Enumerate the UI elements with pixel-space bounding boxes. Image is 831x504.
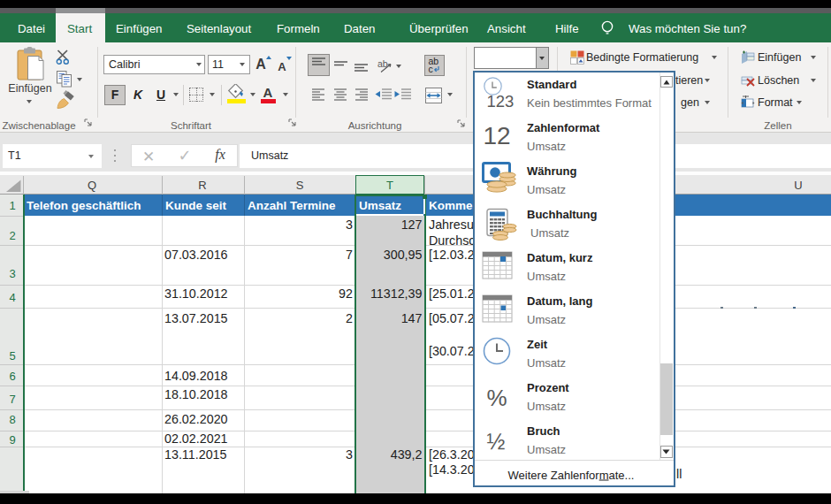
svg-text:c: c [429, 64, 433, 74]
svg-text:123: 123 [487, 92, 515, 111]
